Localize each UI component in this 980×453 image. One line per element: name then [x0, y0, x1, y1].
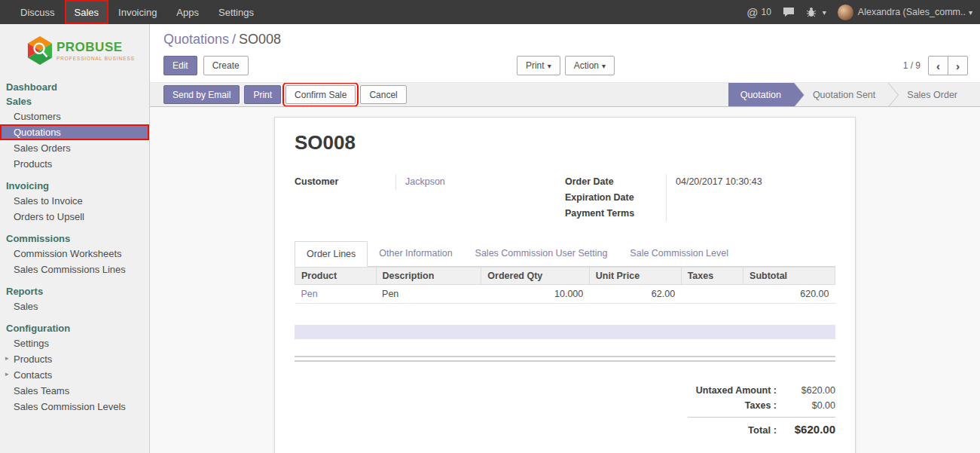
cancel-button[interactable]: Cancel — [360, 85, 406, 104]
breadcrumb-quotations-link[interactable]: Quotations — [163, 32, 229, 47]
action-menu-label: Action — [574, 60, 599, 71]
untaxed-amount-value: $620.00 — [789, 385, 835, 396]
expiration-date-value — [666, 190, 835, 206]
cell-ordered-qty: 10.000 — [481, 285, 589, 304]
taxes-row: Taxes : $0.00 — [688, 398, 835, 413]
expand-arrow-icon[interactable]: ▸ — [5, 370, 9, 378]
sidebar-item-quotations[interactable]: Quotations — [0, 124, 149, 140]
probuse-logo: PROBUSE PROFESSIONAL BUSINESS — [0, 24, 149, 75]
taxes-value: $0.00 — [789, 400, 835, 411]
print-button[interactable]: Print — [244, 85, 281, 104]
user-name: Alexandra (Sales_comm.. — [858, 7, 966, 17]
edit-button[interactable]: Edit — [163, 56, 197, 75]
pager-next-button[interactable]: › — [948, 56, 968, 75]
expiration-date-label: Expiration Date — [565, 190, 666, 206]
menu-invoicing[interactable]: Invoicing — [108, 0, 166, 24]
sidebar-heading-dashboard[interactable]: Dashboard — [0, 80, 149, 94]
send-by-email-button[interactable]: Send by Email — [163, 85, 240, 104]
menu-discuss[interactable]: Discuss — [11, 0, 65, 24]
sidebar-item-config-contacts[interactable]: ▸ Contacts — [0, 367, 149, 383]
chevron-right-icon: › — [956, 60, 960, 72]
sidebar-heading-sales[interactable]: Sales — [0, 94, 149, 109]
chevron-left-icon: ‹ — [936, 60, 940, 72]
confirm-sale-button[interactable]: Confirm Sale — [285, 85, 356, 104]
sidebar-item-sales-orders[interactable]: Sales Orders — [0, 140, 149, 156]
sidebar-item-sales-to-invoice[interactable]: Sales to Invoice — [0, 193, 149, 209]
order-line-row[interactable]: Pen Pen 10.000 62.00 620.00 — [295, 285, 835, 304]
sidebar: PROBUSE PROFESSIONAL BUSINESS Dashboard … — [0, 24, 150, 453]
order-date-value: 04/20/2017 10:30:43 — [666, 174, 835, 190]
caret-down-icon: ▾ — [602, 62, 606, 70]
mention-count: 10 — [761, 7, 771, 17]
debug-icon[interactable]: ▾ — [806, 7, 826, 17]
sidebar-item-customers[interactable]: Customers — [0, 109, 149, 124]
column-header-ordered-qty: Ordered Qty — [481, 268, 589, 285]
tab-order-lines[interactable]: Order Lines — [295, 241, 368, 267]
payment-terms-field: Payment Terms — [565, 206, 835, 222]
chat-icon[interactable] — [783, 7, 795, 17]
order-lines-table: Product Description Ordered Qty Unit Pri… — [295, 267, 835, 304]
sidebar-item-reports-sales[interactable]: Sales — [0, 298, 149, 314]
customer-value-link[interactable]: Jackpson — [405, 176, 445, 187]
create-button[interactable]: Create — [203, 56, 249, 75]
quotation-number-title: SO008 — [295, 131, 835, 155]
mention-indicator[interactable]: @ 10 — [746, 6, 771, 19]
menu-apps[interactable]: Apps — [166, 0, 209, 24]
tab-sales-commission-user-setting[interactable]: Sales Commission User Setting — [464, 241, 619, 267]
total-value: $620.00 — [789, 423, 835, 436]
topbar-systray: @ 10 ▾ Alexandra (Sales_comm.. ▾ — [746, 0, 972, 24]
notebook-tabs: Order Lines Other Information Sales Comm… — [295, 241, 835, 267]
status-step-quotation-sent[interactable]: Quotation Sent — [793, 83, 887, 106]
order-lines-header-row: Product Description Ordered Qty Unit Pri… — [295, 268, 835, 285]
column-header-description: Description — [376, 268, 481, 285]
sidebar-item-settings[interactable]: Settings — [0, 335, 149, 351]
column-header-taxes: Taxes — [681, 268, 743, 285]
payment-terms-value — [666, 206, 835, 222]
form-area: SO008 Customer Jackpson Order Date 04/20… — [150, 107, 980, 453]
column-header-unit-price: Unit Price — [589, 268, 681, 285]
taxes-label: Taxes : — [688, 400, 789, 411]
column-header-product: Product — [295, 268, 377, 285]
cell-description: Pen — [376, 285, 481, 304]
payment-terms-label: Payment Terms — [565, 206, 666, 222]
status-step-sales-order[interactable]: Sales Order — [887, 83, 969, 106]
pager-counter: 1 / 9 — [903, 60, 920, 71]
sidebar-item-commission-worksheets[interactable]: Commission Worksheets — [0, 246, 149, 262]
menu-settings[interactable]: Settings — [209, 0, 264, 24]
customer-label: Customer — [295, 174, 395, 190]
probuse-logo-icon — [27, 36, 53, 65]
order-date-label: Order Date — [565, 174, 666, 190]
sidebar-menu: Dashboard Sales Customers Quotations Sal… — [0, 75, 149, 415]
quotation-sheet: SO008 Customer Jackpson Order Date 04/20… — [274, 117, 856, 453]
tab-other-information[interactable]: Other Information — [368, 241, 463, 267]
expand-arrow-icon[interactable]: ▸ — [5, 354, 9, 362]
separator-line — [295, 356, 835, 357]
sidebar-item-sales-commissions-lines[interactable]: Sales Commissions Lines — [0, 262, 149, 277]
tab-sale-commission-level[interactable]: Sale Commission Level — [618, 241, 740, 267]
untaxed-amount-row: Untaxed Amount : $620.00 — [688, 383, 835, 398]
action-menu-button[interactable]: Action ▾ — [565, 56, 615, 75]
untaxed-amount-label: Untaxed Amount : — [688, 385, 789, 396]
sidebar-heading-reports[interactable]: Reports — [0, 284, 149, 298]
statusbar: Send by Email Print Confirm Sale Cancel … — [150, 82, 980, 107]
user-menu[interactable]: Alexandra (Sales_comm.. ▾ — [838, 5, 972, 20]
sidebar-item-sales-commission-levels[interactable]: Sales Commission Levels — [0, 399, 149, 415]
sidebar-heading-invoicing[interactable]: Invoicing — [0, 179, 149, 193]
print-menu-button[interactable]: Print ▾ — [517, 56, 560, 75]
sidebar-item-sales-teams[interactable]: Sales Teams — [0, 383, 149, 399]
status-pipeline: Quotation Quotation Sent Sales Order — [728, 83, 980, 106]
sidebar-heading-configuration[interactable]: Configuration — [0, 321, 149, 335]
menu-sales[interactable]: Sales — [65, 0, 109, 24]
sidebar-item-orders-to-upsell[interactable]: Orders to Upsell — [0, 209, 149, 225]
pager-previous-button[interactable]: ‹ — [928, 56, 948, 75]
avatar — [838, 5, 853, 20]
sidebar-item-products[interactable]: Products — [0, 156, 149, 172]
column-header-subtotal: Subtotal — [743, 268, 835, 285]
customer-field: Customer Jackpson — [295, 174, 565, 190]
control-panel: Quotations/SO008 Edit Create Print ▾ Act… — [150, 24, 980, 82]
totals-block: Untaxed Amount : $620.00 Taxes : $0.00 T… — [688, 383, 835, 438]
status-step-quotation[interactable]: Quotation — [728, 83, 793, 106]
sidebar-item-config-products[interactable]: ▸ Products — [0, 351, 149, 367]
sidebar-heading-commissions[interactable]: Commissions — [0, 231, 149, 246]
breadcrumb: Quotations/SO008 — [163, 32, 968, 47]
